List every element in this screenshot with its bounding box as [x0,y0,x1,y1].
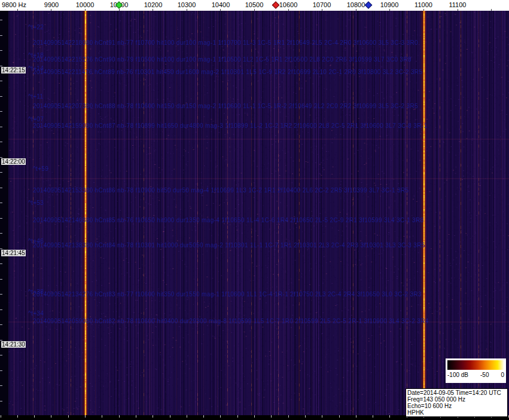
freq-axis-label: 10200 [144,1,163,8]
info-station-line: HPHK [407,409,506,416]
freq-tick-mark-top [85,9,86,11]
freq-axis-label: 11100 [449,1,467,8]
freq-tick-mark-bottom [34,415,35,418]
freq-axis-label: 9900 [44,1,59,8]
freq-axis-label: 10600 [279,1,298,8]
info-box: Date=2014-09-05 Time=14:20 UTC Freq=143 … [406,388,508,417]
colorbar-max-label: 0 [501,372,504,378]
freq-axis-label: 10000 [76,1,95,8]
freq-tick-mark-bottom [203,415,204,418]
freq-tick-mark-bottom [1,415,1,418]
colorbar-min-label: -100 dB [447,372,468,378]
freq-tick-mark-bottom [237,415,238,418]
freq-tick-mark-top [458,9,458,11]
freq-tick-mark-bottom [119,415,120,418]
frequency-axis: 9800 Hz 9900 10000 10100 10200 10300 104… [0,0,509,11]
colorbar-legend: -100 dB -50 0 [446,358,506,383]
freq-tick-mark-top [389,9,390,11]
marker-diamond-blue[interactable] [365,1,373,9]
freq-tick-mark-top [254,9,255,11]
colorbar-labels: -100 dB -50 0 [447,372,504,378]
freq-tick-mark-bottom [339,415,340,418]
freq-axis-label: 10300 [178,1,196,8]
colorbar-gradient [447,360,504,370]
freq-tick-mark-bottom [170,415,170,418]
freq-tick-mark-bottom [68,415,69,418]
freq-axis-label: 10700 [313,1,331,8]
freq-tick-mark-bottom [153,415,153,418]
freq-tick-mark-top [322,9,322,11]
freq-tick-mark-top [17,9,18,11]
freq-tick-mark-bottom [102,415,102,418]
freq-tick-mark-top [119,9,120,11]
freq-tick-mark-top [220,9,221,11]
info-echo-line: Echo=10 600 Hz [407,403,506,409]
freq-tick-mark-top [51,9,51,11]
freq-tick-mark-bottom [389,415,390,418]
freq-tick-mark-bottom [85,415,86,418]
freq-tick-mark-bottom [254,415,255,418]
freq-axis-label: 10500 [245,1,264,8]
info-date-line: Date=2014-09-05 Time=14:20 UTC [407,390,506,396]
freq-tick-mark-bottom [17,415,18,418]
freq-tick-mark-bottom [51,415,51,418]
freq-tick-mark-top [491,9,492,11]
freq-tick-mark-top [288,9,289,11]
freq-axis-label: 10900 [380,1,399,8]
spectrogram-app: 9800 Hz 9900 10000 10100 10200 10300 104… [0,0,509,420]
freq-tick-mark-top [423,9,424,11]
freq-tick-mark-bottom [220,415,221,418]
freq-tick-mark-bottom [136,415,136,418]
marker-diamond-red[interactable] [272,1,279,9]
freq-tick-mark-top [187,9,187,11]
freq-tick-mark-bottom [305,415,306,418]
freq-tick-mark-top [153,9,153,11]
freq-tick-mark-bottom [356,415,356,418]
freq-tick-mark-bottom [322,415,322,418]
freq-axis-label: 10800 [347,1,365,8]
freq-tick-mark-top [356,9,356,11]
info-freq-line: Freq=143 050 000 Hz [407,396,506,403]
freq-tick-mark-bottom [373,415,373,418]
freq-axis-label: 11000 [414,1,432,8]
freq-tick-mark-bottom [508,415,509,418]
colorbar-mid-label: -50 [480,372,489,378]
freq-tick-mark-bottom [288,415,289,418]
freq-axis-label: 9800 Hz [2,1,26,8]
freq-tick-mark-bottom [271,415,272,418]
spectrogram-canvas[interactable] [0,11,509,415]
freq-axis-label: 10400 [212,1,230,8]
freq-tick-mark-bottom [187,415,187,418]
